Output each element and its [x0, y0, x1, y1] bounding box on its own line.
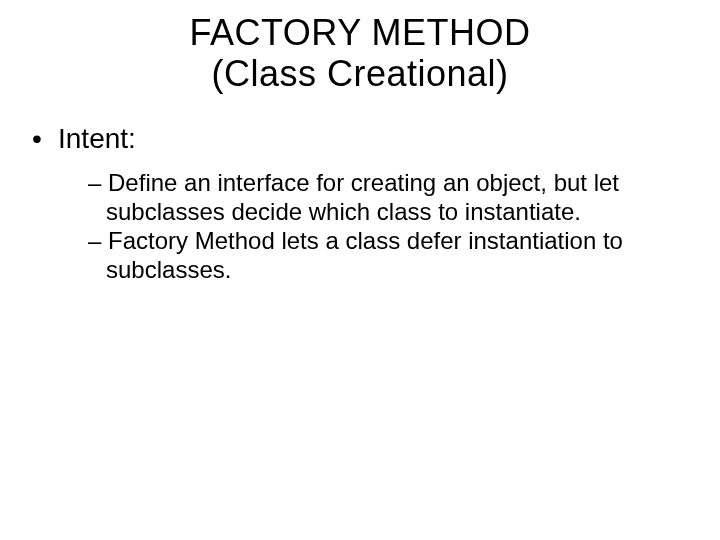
- dash-icon: –: [88, 169, 101, 196]
- slide-title: FACTORY METHOD (Class Creational): [20, 12, 700, 95]
- title-line-2: (Class Creational): [211, 53, 508, 94]
- sub-points-list: – Define an interface for creating an ob…: [32, 169, 700, 285]
- point-text: Factory Method lets a class defer instan…: [106, 227, 623, 283]
- list-item: – Define an interface for creating an ob…: [88, 169, 700, 227]
- title-line-1: FACTORY METHOD: [189, 12, 530, 53]
- dash-icon: –: [88, 227, 101, 254]
- bullet-icon: •: [32, 123, 58, 155]
- list-item: – Factory Method lets a class defer inst…: [88, 227, 700, 285]
- point-text: Define an interface for creating an obje…: [106, 169, 619, 225]
- slide-content: •Intent: – Define an interface for creat…: [20, 123, 700, 285]
- intent-heading: •Intent:: [32, 123, 700, 155]
- heading-text: Intent:: [58, 123, 136, 154]
